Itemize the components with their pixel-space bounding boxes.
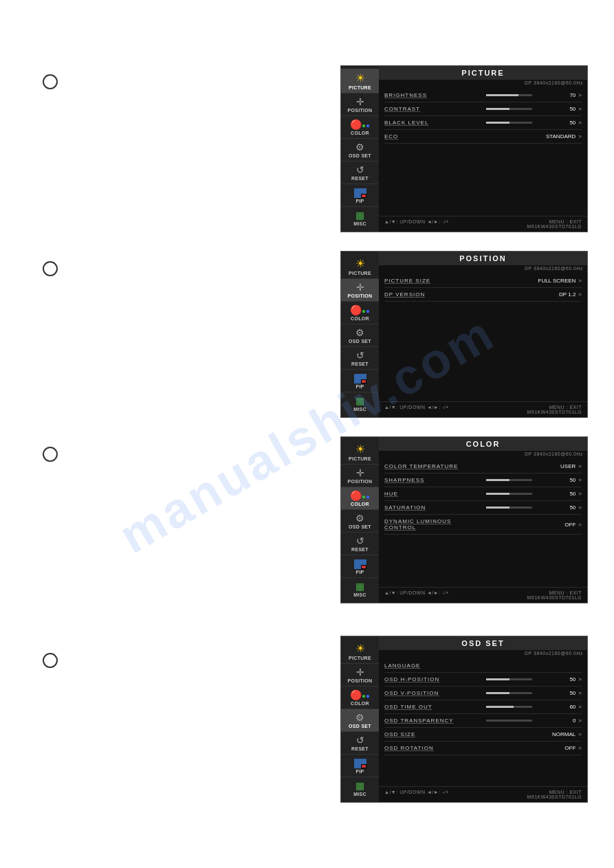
sidebar-item-color[interactable]: 🔴●●COLOR (341, 687, 379, 709)
osd-row-arrow-3: > (578, 704, 582, 710)
osd-panel-osd-set: ☀PICTURE✛POSITION🔴●●COLOR⚙OSD SET↺RESETP… (340, 636, 588, 803)
sun-icon: ☀ (355, 643, 365, 654)
osd-row-bar-1 (486, 479, 532, 481)
osd-row-value-3: STANDARD (538, 133, 575, 140)
osd-row-label-4: DYNAMIC LUMINOUS CONTROL (384, 518, 481, 531)
osd-footer-right-picture: MENU : EXITM91KW430STD701LG (527, 219, 582, 229)
sidebar-item-pip[interactable]: PIP (341, 555, 379, 578)
sidebar-item-misc[interactable]: ▦MISC (341, 777, 379, 799)
sidebar-label-reset: RESET (351, 176, 369, 181)
sidebar-item-color[interactable]: 🔴●●COLOR (341, 487, 379, 510)
osd-signal-picture: DP 3840x2160@60.0Hz (379, 80, 587, 86)
osd-row-label-0: LANGUAGE (384, 663, 481, 669)
sidebar-label-misc: MISC (353, 221, 366, 226)
gear-icon: ⚙ (355, 142, 364, 153)
sidebar-item-color[interactable]: 🔴●●COLOR (341, 116, 379, 139)
sidebar-item-color[interactable]: 🔴●●COLOR (341, 302, 379, 324)
sidebar-label-position: POSITION (348, 108, 373, 113)
sidebar-item-position[interactable]: ✛POSITION (341, 93, 379, 116)
sidebar-item-position[interactable]: ✛POSITION (341, 279, 379, 302)
pip-icon (354, 759, 366, 768)
osd-row-arrow-4: > (578, 522, 582, 528)
sidebar-label-picture: PICTURE (349, 456, 371, 461)
osd-row-arrow-0: > (578, 92, 582, 98)
sidebar-label-position: POSITION (348, 479, 373, 484)
osd-row-label-0: PICTURE SIZE (384, 278, 481, 284)
sidebar-label-osd-set: OSD SET (349, 524, 371, 529)
sidebar-item-reset[interactable]: ↺RESET (341, 732, 379, 755)
osd-row-4: OSD TRANSPARENCY0> (384, 714, 582, 728)
osd-row-arrow-2: > (578, 491, 582, 497)
sidebar-item-picture[interactable]: ☀PICTURE (341, 639, 379, 664)
sidebar-item-pip[interactable]: PIP (341, 184, 379, 207)
osd-title-color: COLOR (379, 437, 587, 451)
osd-row-bar-1 (486, 108, 532, 110)
sidebar-item-misc[interactable]: ▦MISC (341, 578, 379, 600)
reset-icon: ↺ (356, 535, 364, 546)
sidebar-label-reset: RESET (351, 547, 369, 552)
sidebar-item-osd-set[interactable]: ⚙OSD SET (341, 139, 379, 162)
sidebar-item-picture[interactable]: ☀PICTURE (341, 69, 379, 93)
arrows-icon: ✛ (356, 282, 364, 293)
osd-row-value-0: 70 (538, 92, 575, 98)
sidebar-item-reset[interactable]: ↺RESET (341, 162, 379, 184)
osd-row-bar-1 (486, 678, 532, 680)
sidebar-item-reset[interactable]: ↺RESET (341, 533, 379, 555)
osd-row-label-2: HUE (384, 491, 481, 497)
circle-bullet-3 (43, 653, 58, 668)
sidebar-item-pip[interactable]: PIP (341, 755, 379, 777)
osd-row-3: ECOSTANDARD> (384, 130, 582, 144)
osd-row-1: DP VERSIONDP 1.2> (384, 288, 582, 302)
osd-row-value-3: 60 (538, 704, 575, 710)
sidebar-item-misc[interactable]: ▦MISC (341, 392, 379, 414)
circle-bullet-0 (43, 74, 58, 89)
osd-row-value-5: NORMAL (538, 731, 575, 737)
sun-icon: ☀ (355, 443, 365, 455)
sidebar-item-osd-set[interactable]: ⚙OSD SET (341, 324, 379, 347)
sidebar-item-position[interactable]: ✛POSITION (341, 664, 379, 687)
osd-row-3: SATURATION50> (384, 501, 582, 515)
osd-footer-left-picture: ▲/▼: UP/DOWN ◄/►: -/+ (384, 219, 449, 229)
gear-icon: ⚙ (355, 513, 364, 524)
osd-row-label-1: CONTRAST (384, 106, 481, 112)
color-icon: 🔴●● (350, 119, 370, 130)
osd-row-6: OSD ROTATIONOFF> (384, 742, 582, 755)
osd-row-value-4: 0 (538, 717, 575, 724)
osd-row-1: CONTRAST50> (384, 102, 582, 116)
sidebar-label-pip: PIP (355, 570, 364, 575)
color-icon: 🔴●● (350, 304, 370, 315)
osd-title-picture: PICTURE (379, 66, 587, 80)
osd-row-bar-2 (486, 493, 532, 495)
reset-icon: ↺ (356, 164, 364, 175)
osd-row-0: LANGUAGE (384, 659, 582, 673)
sidebar-label-pip: PIP (355, 769, 364, 774)
osd-row-3: OSD TIME OUT60> (384, 700, 582, 714)
osd-row-value-2: 50 (538, 120, 575, 126)
sidebar-item-osd-set[interactable]: ⚙OSD SET (341, 510, 379, 533)
osd-row-arrow-3: > (578, 504, 582, 511)
sidebar-item-misc[interactable]: ▦MISC (341, 207, 379, 229)
misc-icon: ▦ (355, 581, 364, 592)
gear-icon: ⚙ (355, 712, 364, 723)
osd-row-arrow-2: > (578, 120, 582, 126)
osd-title-position: POSITION (379, 252, 587, 265)
sidebar-item-picture[interactable]: ☀PICTURE (341, 254, 379, 279)
osd-footer-picture: ▲/▼: UP/DOWN ◄/►: -/+MENU : EXITM91KW430… (379, 216, 587, 232)
osd-row-label-2: OSD V-POSITION (384, 690, 481, 696)
osd-row-label-3: SATURATION (384, 504, 481, 511)
circle-bullet-1 (43, 261, 58, 276)
osd-footer-right-position: MENU : EXITM91KW430STD701LG (527, 405, 582, 414)
osd-row-label-2: BLACK LEVEL (384, 120, 481, 126)
sidebar-item-reset[interactable]: ↺RESET (341, 347, 379, 370)
pip-icon (354, 559, 366, 569)
sidebar-item-picture[interactable]: ☀PICTURE (341, 440, 379, 465)
osd-row-arrow-0: > (578, 463, 582, 469)
sidebar-item-pip[interactable]: PIP (341, 370, 379, 392)
osd-row-5: OSD SIZENORMAL> (384, 728, 582, 742)
sidebar-item-position[interactable]: ✛POSITION (341, 465, 379, 487)
sidebar-item-osd-set[interactable]: ⚙OSD SET (341, 709, 379, 732)
osd-footer-left-osd-set: ▲/▼: UP/DOWN ◄/►: -/+ (384, 790, 449, 799)
osd-footer-position: ▲/▼: UP/DOWN ◄/►: -/+MENU : EXITM91KW430… (379, 401, 587, 417)
osd-row-arrow-1: > (578, 106, 582, 112)
sidebar-label-color: COLOR (351, 131, 369, 135)
